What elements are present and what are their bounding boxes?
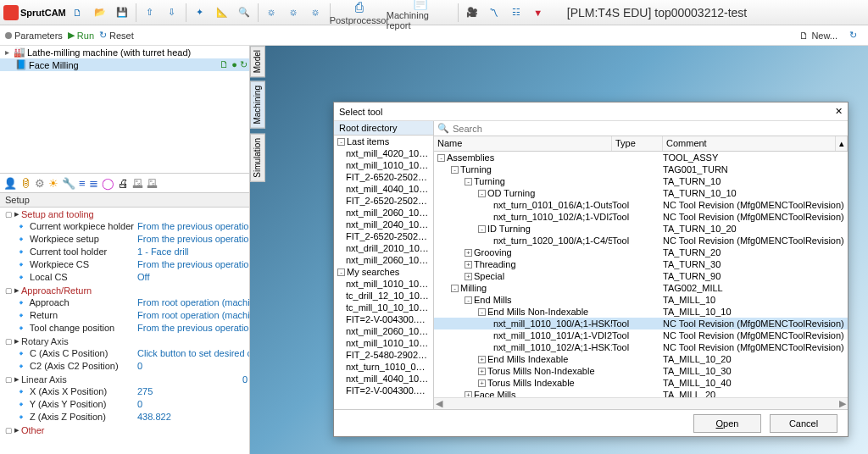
column-headers[interactable]: Name Type Comment ▴ [434,136,848,152]
stats-icon[interactable]: ☷ [506,3,526,23]
root-directory[interactable]: Root directory [334,121,433,136]
operation-tree[interactable]: ▸🏭 Lathe-milling machine (with turret he… [0,46,249,173]
prop-val[interactable]: Off [136,271,249,284]
search-input[interactable] [453,124,844,134]
recent-item[interactable]: FIT_2-6520-2502032… [334,230,433,242]
prop-val[interactable]: 0 [136,360,249,373]
prop-key: 🔹 Tool change position [0,322,136,335]
graph-icon[interactable]: 〽 [484,3,504,23]
tool-tree-row[interactable]: nxt_mill_1010_101/A;1-VDI20/D10 End Mill… [434,329,848,341]
tool-tree-row[interactable]: + ThreadingTA_TURN_30 [434,258,848,270]
tool-tree-row[interactable]: - TurningTA_TURN_10 [434,175,848,187]
run-button[interactable]: ▶ Run [68,30,94,41]
search-item[interactable]: nxt_mill_4040_101/A… [334,373,433,385]
prop-val[interactable]: 0 [136,398,249,411]
parameters-button[interactable]: Parameters [5,30,63,41]
prop-key: 🔹 Workpiece setup [0,233,136,246]
reset-button[interactable]: ↻ Reset [99,30,134,41]
tool-tree-row[interactable]: - End MillsTA_MILL_10 [434,294,848,306]
new-button[interactable]: 🗋 New... [799,30,837,41]
close-icon[interactable]: ✕ [835,106,843,117]
tool-tree-row[interactable]: nxt_mill_1010_100/A;1-HSK50/D10 End Mill… [434,318,848,329]
tool-tree-row[interactable]: + Torus Mills Non-IndexableTA_MILL_10_30 [434,365,848,377]
new-file-icon[interactable]: 🗋 [68,3,88,23]
plm-down-icon[interactable]: ⇩ [162,3,182,23]
tab-simulation[interactable]: Simulation [250,134,265,182]
refresh-icon[interactable]: ↻ [843,25,863,46]
tree-root[interactable]: Lathe-milling machine (with turret head) [27,47,191,58]
cancel-button[interactable]: Cancel [770,414,837,433]
search-item[interactable]: nxt_mill_1010_102/A [334,337,433,349]
recent-item[interactable]: nxt_mill_2060_100/A… [334,207,433,219]
tab-model[interactable]: Model [250,46,265,77]
recent-item[interactable]: nxt_mill_4020_100/A… [334,147,433,159]
recent-item[interactable]: nxt_mill_4040_101/A… [334,183,433,195]
select-tool-dialog: Select tool ✕ Root directory - Last item… [333,102,849,437]
tool-tree-row[interactable]: - TurningTAG001_TURN [434,163,848,175]
search-item[interactable]: FIT=2-V-004300.06… [334,385,433,396]
tool-tree-row[interactable]: - OD TurningTA_TURN_10_10 [434,187,848,199]
tool-tree-row[interactable]: + GroovingTA_TURN_20 [434,246,848,258]
tab-machining[interactable]: Machining [250,81,265,129]
recent-item[interactable]: nxt_drill_2010_100/… [334,242,433,254]
recent-item[interactable]: nxt_mill_2060_100/A… [334,254,433,266]
search-item[interactable]: tc_drill_12_10_100… [334,290,433,302]
prop-val[interactable]: From the previous operation [136,233,249,246]
tool-tree-row[interactable]: nxt_turn_0101_016/A;1-Outside TurningToo… [434,199,848,211]
search-item[interactable]: tc_mill_10_10_100/… [334,302,433,313]
tool-tree-row[interactable]: nxt_turn_1010_102/A;1-VDI25/80° TurnTool… [434,211,848,223]
tool-tree-row[interactable]: + Face MillsTA_MILL_20 [434,389,848,397]
tool-tree-row[interactable]: - ID TurningTA_TURN_10_20 [434,223,848,235]
tool-tree-row[interactable]: + SpecialTA_TURN_90 [434,270,848,282]
filter-icon[interactable]: ▼ [528,3,548,23]
prop-key: 🔹 X (Axis X Position) [0,385,136,398]
properties-panel[interactable]: ▢▸ Setup and tooling 🔹 Current workpiece… [0,208,249,454]
tool-tree-row[interactable]: nxt_mill_1010_102/A;1-HSK100/D20 Endmill… [434,341,848,353]
postprocessor-button[interactable]: ⎙Postprocessor [334,0,385,25]
tool-tree-row[interactable]: nxt_turn_1020_100/A;1-C4/55° ID TurnTool… [434,235,848,246]
prop-val[interactable]: 1 - Face drill [136,246,249,258]
recent-item[interactable]: FIT_2-6520-2502028… [334,195,433,207]
tool-tree-row[interactable]: + Torus Mills IndexableTA_MILL_10_40 [434,377,848,389]
tool-icon-2[interactable]: ⛭ [284,3,304,23]
prop-val[interactable]: From the previous operation [136,220,249,233]
open-file-icon[interactable]: 📂 [90,3,110,23]
recent-item[interactable]: nxt_mill_2040_100/A… [334,219,433,230]
prop-key: 🔹 Current tool holder [0,246,136,258]
tool-icon-1[interactable]: ⛭ [262,3,282,23]
main-toolbar: SprutCAM 🗋 📂 💾 ⇧ ⇩ ✦ 📐 🔍 ⛭ ⛭ ⛭ ⎙Postproc… [0,0,868,25]
prop-val[interactable]: From the previous operation [136,258,249,271]
measure-icon[interactable]: 📐 [212,3,232,23]
tool-tree-row[interactable]: - AssembliesTOOL_ASSY [434,152,848,163]
search-item[interactable]: nxt_turn_1010_016/A [334,361,433,373]
camera-icon[interactable]: 🎥 [462,3,482,23]
tool-tree-row[interactable]: - MillingTAG002_MILL [434,282,848,294]
recent-item[interactable]: FIT_2-6520-2502028… [334,171,433,183]
tool-tree-row[interactable]: - End Mills Non-IndexableTA_MILL_10_10 [434,306,848,318]
app-logo: SprutCAM [3,5,66,20]
h-scrollbar[interactable]: ◀▶ [434,397,848,409]
open-button[interactable]: Open [693,414,761,433]
prop-key: 🔹 Local CS [0,271,136,284]
tree-item-face-milling[interactable]: Face Milling [29,60,79,70]
search-item[interactable]: FIT=2-V-004300.06… [334,313,433,325]
recent-item[interactable]: nxt_mill_1010_100/… [334,159,433,171]
search-item[interactable]: FIT_2-5480-2902543… [334,349,433,361]
prop-val[interactable]: Click button to set desired orientation [136,347,249,360]
machining-report-button[interactable]: 📄Machining report [387,0,454,30]
prop-val[interactable]: From root operation (machine) [136,296,249,309]
plm-up-icon[interactable]: ⇧ [140,3,160,23]
prop-val[interactable]: From root operation (machine) [136,309,249,322]
prop-val[interactable]: 275 [136,385,249,398]
prop-val[interactable]: From the previous operation [136,322,249,335]
prop-val[interactable]: 438.822 [136,411,249,424]
tool-icon-3[interactable]: ⛭ [306,3,326,23]
search-item[interactable]: nxt_mill_2060_100/A… [334,325,433,337]
dialog-left-pane: Root directory - Last itemsnxt_mill_4020… [334,121,434,409]
save-icon[interactable]: 💾 [112,3,132,23]
tool-tree-row[interactable]: + End Mills IndexableTA_MILL_10_20 [434,353,848,365]
zoom-icon[interactable]: 🔍 [234,3,254,23]
search-item[interactable]: nxt_mill_1010_101/A… [334,278,433,290]
wand-icon[interactable]: ✦ [190,3,210,23]
tool-tree[interactable]: - AssembliesTOOL_ASSY- TurningTAG001_TUR… [434,152,848,397]
